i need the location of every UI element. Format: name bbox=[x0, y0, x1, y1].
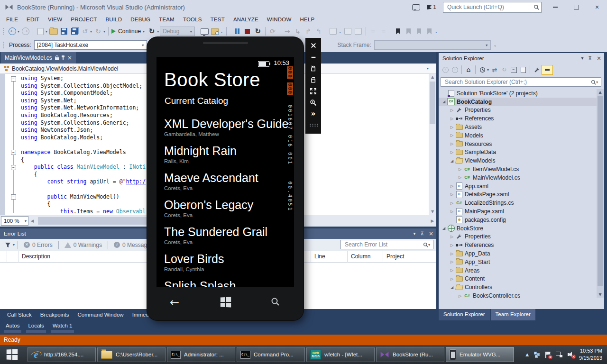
tree-item-models[interactable]: ▷Models bbox=[439, 131, 597, 140]
collapsed-twisty-icon[interactable]: ▷ bbox=[449, 133, 455, 137]
book-list-item[interactable]: XML Developer's GuideGambardella, Matthe… bbox=[164, 117, 289, 144]
scrollbar-thumb[interactable] bbox=[430, 82, 435, 124]
properties-button[interactable] bbox=[533, 64, 541, 75]
tree-item-app-start[interactable]: ▷App_Start bbox=[439, 258, 597, 266]
book-list-item[interactable]: Midnight RainRalls, Kim bbox=[164, 144, 289, 171]
taskbar-button-command-pro[interactable]: C:\_Command Pro... bbox=[237, 347, 305, 362]
expanded-twisty-icon[interactable]: ◢ bbox=[449, 159, 455, 163]
fold-toggle-icon[interactable]: − bbox=[11, 165, 16, 170]
emulator-expand-button[interactable]: » bbox=[307, 108, 320, 119]
tree-item-mainviewmodel-cs[interactable]: ▷C#MainViewModel.cs bbox=[439, 173, 597, 182]
indent-decrease-button[interactable]: ≣ bbox=[368, 26, 378, 36]
expanded-twisty-icon[interactable]: ◢ bbox=[449, 285, 455, 290]
book-list-item[interactable]: Maeve AscendantCorets, Eva bbox=[164, 171, 289, 198]
network-icon[interactable] bbox=[556, 352, 562, 357]
tree-item-references[interactable]: ▷References bbox=[439, 114, 597, 123]
redo-button[interactable]: ↻ bbox=[93, 26, 103, 36]
panel-tab-team-explorer[interactable]: Team Explorer bbox=[491, 309, 535, 320]
collapsed-twisty-icon[interactable]: ▷ bbox=[449, 192, 455, 197]
next-bookmark-button[interactable] bbox=[414, 26, 424, 36]
breakpoint-window-button[interactable] bbox=[354, 26, 363, 36]
collapsed-twisty-icon[interactable]: ▷ bbox=[449, 268, 455, 273]
warnings-filter-button[interactable]: 0 Warnings bbox=[64, 242, 102, 248]
tree-item-sampledata[interactable]: ▷SampleData bbox=[439, 148, 597, 157]
tree-item-properties[interactable]: ▷Properties bbox=[439, 106, 597, 115]
filter-icon[interactable] bbox=[3, 240, 12, 250]
refresh-button[interactable]: ↻ bbox=[500, 64, 508, 75]
menu-help[interactable]: HELP bbox=[296, 14, 319, 25]
scroll-up-icon[interactable]: ▲ bbox=[597, 89, 604, 95]
navigate-backward-button[interactable]: ← bbox=[8, 26, 17, 36]
scroll-up-icon[interactable]: ▲ bbox=[429, 74, 436, 81]
collapsed-twisty-icon[interactable]: ▷ bbox=[449, 209, 455, 214]
menu-build[interactable]: BUILD bbox=[101, 14, 126, 25]
step-into-button[interactable]: ↳ bbox=[293, 26, 303, 36]
scroll-right-icon[interactable]: ▶ bbox=[429, 218, 436, 223]
phone-back-button[interactable]: ← bbox=[170, 296, 179, 309]
collapsed-twisty-icon[interactable]: ▷ bbox=[457, 167, 463, 172]
scroll-left-icon[interactable]: ◀ bbox=[28, 218, 36, 223]
volume-muted-icon[interactable]: ✕ bbox=[568, 352, 574, 357]
error-list-search-box[interactable]: ▾ bbox=[340, 240, 433, 249]
pin-icon[interactable]: ⊼ bbox=[589, 56, 592, 61]
show-all-files-button[interactable] bbox=[519, 64, 527, 75]
quick-launch-input[interactable] bbox=[446, 3, 533, 11]
save-all-button[interactable] bbox=[70, 26, 79, 36]
collapsed-twisty-icon[interactable]: ▷ bbox=[449, 252, 455, 256]
pending-changes-filter-button[interactable] bbox=[478, 64, 487, 75]
panel-tab-breakpoints[interactable]: Breakpoints bbox=[37, 310, 73, 319]
save-button[interactable] bbox=[59, 26, 69, 36]
tree-item-viewmodels[interactable]: ◢ViewModels bbox=[439, 156, 597, 165]
indent-increase-button[interactable]: ≣ bbox=[379, 26, 388, 36]
menu-file[interactable]: FILE bbox=[2, 14, 22, 25]
panel-tab-command-window[interactable]: Command Window bbox=[74, 310, 127, 319]
window-position-icon[interactable]: ▾ bbox=[581, 56, 584, 61]
tree-item-properties[interactable]: ▷Properties bbox=[439, 233, 597, 241]
preview-selected-items-button[interactable] bbox=[542, 65, 553, 75]
new-item-button[interactable] bbox=[36, 26, 45, 36]
collapsed-twisty-icon[interactable]: ▷ bbox=[449, 184, 455, 188]
book-list-item[interactable]: Lover BirdsRandall, Cynthia bbox=[164, 252, 289, 279]
close-icon[interactable]: × bbox=[597, 56, 601, 61]
start-button[interactable] bbox=[0, 345, 24, 364]
expanded-twisty-icon[interactable]: ◢ bbox=[441, 226, 447, 230]
process-combo[interactable]: [2084] TaskHost.exe ▾ bbox=[34, 40, 147, 50]
minimize-button[interactable] bbox=[548, 2, 562, 12]
deploy-target-button[interactable] bbox=[200, 26, 209, 36]
collapsed-twisty-icon[interactable]: ▷ bbox=[449, 117, 455, 121]
emulator-rotate-left-button[interactable] bbox=[307, 63, 320, 74]
menu-debug[interactable]: DEBUG bbox=[126, 14, 155, 25]
column-description[interactable]: Description bbox=[22, 253, 50, 260]
home-button[interactable]: ⌂ bbox=[464, 64, 473, 75]
menu-team[interactable]: TEAM bbox=[155, 14, 179, 25]
tree-item-bookcatalog[interactable]: ◢C#BookCatalog bbox=[439, 98, 597, 106]
phone-screen[interactable]: 10:53 Book Store Current Catalog XML Dev… bbox=[156, 57, 294, 287]
collapsed-twisty-icon[interactable]: ▷ bbox=[457, 294, 463, 298]
previous-bookmark-button[interactable] bbox=[404, 26, 414, 36]
close-icon[interactable]: × bbox=[429, 231, 433, 236]
quick-launch-box[interactable] bbox=[443, 2, 542, 13]
break-all-button[interactable] bbox=[232, 26, 242, 36]
collapsed-twisty-icon[interactable]: ▷ bbox=[449, 142, 455, 146]
tree-item-controllers[interactable]: ◢Controllers bbox=[439, 283, 597, 291]
tree-item-solution-bookstore-2-projects[interactable]: Solution 'BookStore' (2 projects) bbox=[439, 89, 597, 98]
restore-button[interactable] bbox=[569, 2, 583, 12]
tree-item-bookscontroller-cs[interactable]: ▷C#BooksController.cs bbox=[439, 291, 597, 298]
close-button[interactable]: × bbox=[590, 2, 604, 12]
debug-target-combo[interactable]: Debug▾ bbox=[160, 27, 195, 36]
errors-filter-button[interactable]: ✕ 0 Errors bbox=[24, 242, 53, 248]
scroll-down-icon[interactable]: ▼ bbox=[597, 291, 604, 298]
editor-zoom-combo[interactable]: 100 %▾ bbox=[1, 216, 28, 226]
book-list-item[interactable]: Oberon's LegacyCorets, Eva bbox=[164, 198, 289, 225]
expanded-twisty-icon[interactable]: ◢ bbox=[441, 100, 447, 104]
scroll-down-icon[interactable]: ▼ bbox=[429, 209, 436, 215]
taskbar-button-bookstore-ru[interactable]: BookStore (Ru... bbox=[376, 347, 444, 362]
taskbar-button-c-users-rober[interactable]: C:\Users\Rober... bbox=[97, 347, 166, 362]
pin-icon[interactable] bbox=[63, 56, 64, 60]
emulator-minimize-button[interactable] bbox=[307, 51, 320, 63]
step-over-button[interactable]: ↱ bbox=[304, 26, 313, 36]
tree-item-assets[interactable]: ▷Assets bbox=[439, 123, 597, 131]
show-next-statement-button[interactable]: → bbox=[283, 26, 292, 36]
toggle-bookmark-button[interactable] bbox=[394, 26, 403, 36]
error-list-search-input[interactable] bbox=[344, 241, 423, 248]
